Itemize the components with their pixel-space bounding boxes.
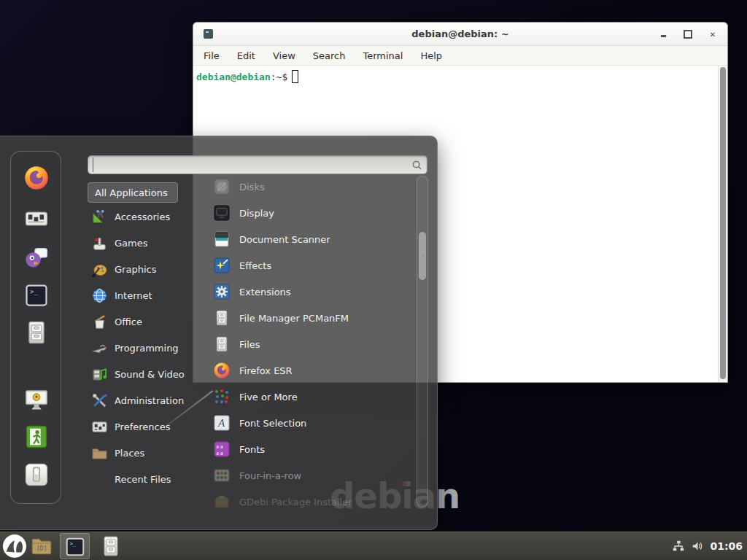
terminal-window-icon (204, 29, 213, 39)
minimize-icon[interactable] (659, 30, 667, 39)
category-places[interactable]: Places (88, 440, 198, 466)
file-cabinet-icon (213, 309, 231, 327)
app-item-document-scanner[interactable]: Document Scanner (206, 226, 416, 252)
app-label: Disks (239, 182, 265, 192)
games-icon (91, 235, 108, 252)
folder-icon: [D] (30, 534, 53, 558)
terminal-title: debian@debian: ~ (193, 28, 727, 39)
menu-file[interactable]: File (204, 50, 220, 61)
terminal-favorite-icon[interactable]: >_ (23, 282, 50, 308)
app-label: Document Scanner (239, 234, 330, 245)
svg-text:[D]: [D] (36, 545, 47, 552)
all-applications-label: All Applications (95, 187, 168, 198)
app-label: GDebi Package Installer (239, 497, 352, 508)
pidgin-icon[interactable] (23, 244, 50, 271)
category-internet[interactable]: Internet (88, 282, 198, 308)
fonts-icon: a aa a (213, 440, 231, 458)
terminal-launcher-active[interactable]: >_ (60, 533, 90, 559)
clock[interactable]: 01:06 (710, 540, 743, 552)
menu-terminal[interactable]: Terminal (363, 50, 403, 61)
app-item-four-in-a-row[interactable]: Four-in-a-row (206, 462, 416, 489)
svg-text:a a: a a (217, 443, 224, 450)
app-item-file-manager-pcmanfm[interactable]: File Manager PCManFM (206, 305, 416, 331)
category-preferences[interactable]: Preferences (88, 413, 198, 440)
taskbar: [D] >_ 01:06 (0, 531, 747, 560)
programming-icon (91, 340, 108, 357)
terminal-scrollbar[interactable] (718, 66, 727, 382)
close-icon[interactable]: ✕ (708, 30, 717, 39)
category-recent-files[interactable]: Recent Files (88, 466, 198, 492)
terminal-icon: >_ (64, 536, 86, 558)
graphics-icon (91, 261, 108, 278)
apps-scrollbar-thumb[interactable]: ⋮ (419, 232, 426, 280)
category-label: Sound & Video (115, 369, 185, 380)
app-item-fonts[interactable]: a aa a Fonts (206, 436, 416, 462)
app-label: Fonts (239, 444, 265, 455)
app-label: File Manager PCManFM (239, 313, 349, 324)
category-label: Preferences (115, 421, 170, 432)
category-graphics[interactable]: Graphics (88, 256, 198, 282)
menu-view[interactable]: View (273, 50, 295, 61)
administration-icon (91, 392, 108, 409)
apps-scrollbar[interactable]: ⋮ (417, 176, 428, 508)
category-label: Graphics (115, 264, 156, 275)
app-label: Effects (239, 260, 271, 271)
display-icon (213, 204, 231, 222)
category-office[interactable]: Office (88, 308, 198, 335)
extensions-icon (213, 283, 231, 300)
file-manager-favorite-icon[interactable] (23, 319, 50, 346)
file-cabinet-icon (99, 534, 123, 558)
menu-edit[interactable]: Edit (237, 50, 255, 61)
places-icon (91, 445, 108, 462)
category-programming[interactable]: Programming (88, 335, 198, 361)
category-sound-video[interactable]: Sound & Video (88, 361, 198, 387)
terminal-scrollbar-thumb[interactable] (720, 67, 726, 379)
terminal-cursor (292, 70, 298, 83)
app-item-gdebi[interactable]: GDebi Package Installer (206, 489, 416, 515)
app-item-effects[interactable]: Effects (206, 252, 416, 279)
search-input[interactable] (93, 158, 411, 172)
log-out-icon[interactable] (23, 424, 50, 450)
effects-icon (213, 257, 231, 274)
font-selection-icon: A (213, 414, 231, 432)
menu-help[interactable]: Help (420, 50, 442, 61)
menu-search[interactable]: Search (313, 50, 346, 61)
file-cabinet-launcher[interactable] (99, 534, 123, 558)
app-item-display[interactable]: Display (206, 200, 416, 226)
all-applications-button[interactable]: All Applications (88, 182, 178, 203)
maximize-icon[interactable] (684, 30, 692, 39)
app-item-disks[interactable]: Disks (206, 174, 416, 200)
app-item-five-or-more[interactable]: Five or More (206, 384, 416, 410)
input-settings-icon[interactable] (23, 206, 50, 232)
app-item-font-selection[interactable]: A Font Selection (206, 410, 416, 436)
app-item-files[interactable]: Files (206, 331, 416, 357)
category-label: Places (115, 448, 144, 459)
category-games[interactable]: Games (88, 230, 198, 256)
app-label: Display (239, 208, 274, 219)
category-accessories[interactable]: Accessories (88, 203, 198, 230)
svg-text:>_: >_ (70, 540, 77, 547)
svg-text:>_: >_ (30, 288, 38, 295)
shut-down-icon[interactable] (23, 462, 50, 488)
app-item-extensions[interactable]: Extensions (206, 279, 416, 305)
lock-screen-icon[interactable] (23, 386, 50, 413)
gdebi-package-icon (213, 493, 231, 510)
svg-text:a a: a a (217, 450, 224, 456)
preferences-icon (91, 419, 108, 435)
category-administration[interactable]: Administration (88, 387, 198, 413)
terminal-titlebar[interactable]: debian@debian: ~ ✕ (193, 23, 727, 46)
firefox-favorite-icon[interactable] (23, 165, 50, 191)
app-label: Four-in-a-row (239, 470, 301, 481)
search-icon (411, 160, 422, 171)
volume-icon[interactable] (691, 540, 704, 553)
file-manager-folder-launcher[interactable]: [D] (30, 534, 53, 558)
file-cabinet-icon (213, 335, 231, 353)
category-label: Recent Files (115, 474, 171, 485)
sound-video-icon (91, 366, 108, 383)
menu-button[interactable] (2, 534, 27, 559)
category-label: Programming (115, 343, 179, 354)
disks-icon (213, 178, 231, 195)
app-item-firefox-esr[interactable]: Firefox ESR (206, 357, 416, 384)
document-scanner-icon (213, 230, 231, 248)
network-icon[interactable] (672, 540, 685, 553)
